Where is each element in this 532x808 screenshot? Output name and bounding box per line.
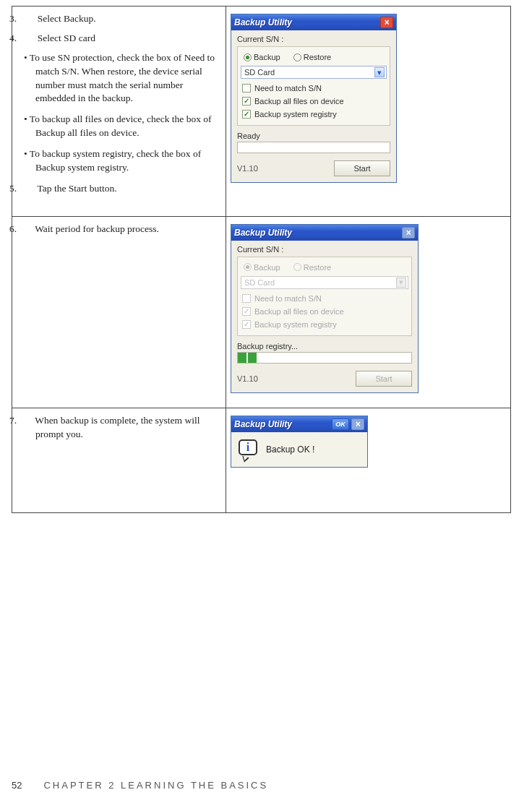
progress-bar <box>237 142 390 153</box>
titlebar: Backup Utility OK × <box>231 416 367 432</box>
current-sn-label: Current S/N : <box>237 245 412 254</box>
progress-segment <box>238 353 246 363</box>
message-text: Backup OK ! <box>266 444 314 455</box>
start-button[interactable]: Start <box>334 160 390 176</box>
backup-utility-window-running: Backup Utility × Current S/N : Backup Re… <box>231 224 419 393</box>
info-icon: i <box>239 439 259 460</box>
need-match-sn-checkbox: Need to match S/N <box>241 292 408 305</box>
bottom-row: V1.10 Start <box>237 371 412 387</box>
window-title: Backup Utility <box>234 228 402 238</box>
window-body: Current S/N : Backup Restore SD Card ▾ <box>231 30 396 182</box>
ok-button[interactable]: OK <box>332 418 349 430</box>
window-title: Backup Utility <box>234 419 332 429</box>
destination-select[interactable]: SD Card ▾ <box>241 66 387 79</box>
bullet-registry: To backup system registry, check the box… <box>28 147 221 175</box>
row3-image-cell: Backup Utility OK × i Backup OK ! <box>226 408 511 512</box>
close-icon[interactable]: × <box>380 17 393 28</box>
chapter-title: CHAPTER 2 LEARNING THE BASICS <box>43 780 268 791</box>
progress-bar <box>237 352 412 364</box>
chevron-down-icon: ▾ <box>374 67 385 77</box>
backup-ok-messagebox: Backup Utility OK × i Backup OK ! <box>231 416 368 468</box>
current-sn-label: Current S/N : <box>237 35 390 43</box>
close-icon[interactable]: × <box>402 227 415 238</box>
bullet-list: To use SN protection, check the box of N… <box>17 51 221 175</box>
step-7: 7. When backup is complete, the system w… <box>28 414 221 442</box>
restore-radio: Restore <box>293 263 332 272</box>
backup-all-files-checkbox[interactable]: ✓Backup all files on device <box>241 95 387 108</box>
step-list: 3. Select Backup. 4. Select SD card <box>17 12 221 46</box>
step-list-2: 6. Wait period for backup process. <box>17 223 221 236</box>
backup-utility-window-ready: Backup Utility × Current S/N : Backup Re… <box>231 14 397 183</box>
row2-text-cell: 6. Wait period for backup process. <box>12 216 226 408</box>
instruction-table: 3. Select Backup. 4. Select SD card To u… <box>12 6 511 513</box>
row1-text-cell: 3. Select Backup. 4. Select SD card To u… <box>12 7 226 217</box>
step-6: 6. Wait period for backup process. <box>28 223 221 236</box>
radio-row: Backup Restore <box>241 51 387 66</box>
destination-select: SD Card ▾ <box>241 276 408 289</box>
step-list-3: 7. When backup is complete, the system w… <box>17 414 221 442</box>
radio-row: Backup Restore <box>241 262 408 276</box>
bullet-allfiles: To backup all files on device, check the… <box>28 113 221 140</box>
step-list-cont: 5. Tap the Start button. <box>17 182 221 196</box>
progress-segment <box>248 353 257 363</box>
close-icon[interactable]: × <box>351 418 364 430</box>
options-panel: Backup Restore SD Card ▾ Need to match S… <box>237 46 390 126</box>
restore-radio[interactable]: Restore <box>293 53 332 61</box>
chevron-down-icon: ▾ <box>396 278 406 288</box>
status-label: Ready <box>237 132 390 140</box>
need-match-sn-checkbox[interactable]: Need to match S/N <box>241 82 387 95</box>
page-footer: 52CHAPTER 2 LEARNING THE BASICS <box>12 780 268 791</box>
select-value: SD Card <box>244 68 275 77</box>
backup-registry-checkbox: ✓Backup system registry <box>241 318 408 331</box>
status-label: Backup registry... <box>237 342 412 351</box>
start-button: Start <box>356 371 412 387</box>
select-value: SD Card <box>244 278 275 287</box>
backup-all-files-checkbox: ✓Backup all files on device <box>241 305 408 318</box>
message-body: i Backup OK ! <box>231 432 367 467</box>
document-page: 3. Select Backup. 4. Select SD card To u… <box>0 0 532 808</box>
options-panel-disabled: Backup Restore SD Card ▾ Need to match S… <box>237 257 412 336</box>
backup-radio: Backup <box>244 263 280 272</box>
titlebar: Backup Utility × <box>231 225 418 241</box>
row2-image-cell: Backup Utility × Current S/N : Backup Re… <box>226 216 511 408</box>
page-number: 52 <box>12 780 22 791</box>
bottom-row: V1.10 Start <box>237 160 390 176</box>
window-body: Current S/N : Backup Restore SD Card ▾ <box>231 241 418 392</box>
step-3: 3. Select Backup. <box>28 12 221 26</box>
backup-radio[interactable]: Backup <box>244 53 280 61</box>
bullet-sn: To use SN protection, check the box of N… <box>28 51 221 106</box>
step-4: 4. Select SD card <box>28 32 221 46</box>
step-5: 5. Tap the Start button. <box>28 182 221 196</box>
window-title: Backup Utility <box>234 17 380 27</box>
version-label: V1.10 <box>237 374 258 383</box>
row1-image-cell: Backup Utility × Current S/N : Backup Re… <box>226 7 511 217</box>
row3-text-cell: 7. When backup is complete, the system w… <box>12 408 226 512</box>
backup-registry-checkbox[interactable]: ✓Backup system registry <box>241 108 387 121</box>
version-label: V1.10 <box>237 164 258 173</box>
titlebar: Backup Utility × <box>231 14 396 30</box>
